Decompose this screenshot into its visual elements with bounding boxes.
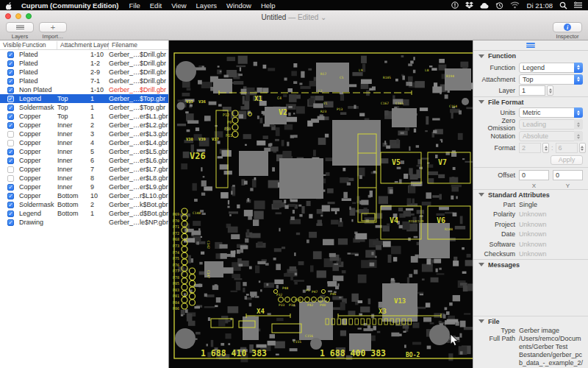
svg-text:P77: P77: [173, 269, 179, 273]
menu-item-help[interactable]: Help: [261, 1, 276, 10]
app-name[interactable]: Cuprum (Community Edition): [21, 1, 118, 10]
visibility-checkbox[interactable]: [7, 140, 14, 146]
spotlight-search-icon[interactable]: [559, 1, 567, 10]
disclosure-triangle[interactable]: [478, 193, 484, 197]
visibility-checkbox[interactable]: ✓: [7, 149, 14, 155]
visibility-checkbox[interactable]: ✓: [7, 69, 14, 76]
function-section-header[interactable]: Function: [473, 51, 588, 61]
gerber-viewport[interactable]: V26X1V2C4V5V7V4V6X4X3V13V35V36V30V39V37R…: [169, 40, 473, 368]
layer-row-copper-inner[interactable]: ✓CopperInner6Gerber_…er$L6.gbr: [0, 156, 168, 165]
visibility-checkbox[interactable]: ✓: [7, 193, 14, 199]
layer-row-plated[interactable]: ✓Plated1-10Gerber_…$Drill.gbr: [0, 50, 168, 59]
disclosure-triangle[interactable]: [478, 319, 484, 323]
layer-row-plated[interactable]: ✓Plated7-1Gerber_…$Drill.gbr: [0, 77, 168, 85]
layer-row-copper-inner[interactable]: ✓CopperInner5Gerber_…er$L5.gbr: [0, 147, 168, 156]
apply-button[interactable]: Apply: [551, 155, 583, 165]
cell: Gerber_…le$NP.gbr: [109, 219, 168, 226]
cell: Copper: [19, 148, 57, 155]
apple-menu-icon[interactable]: [6, 1, 12, 10]
col-attachment[interactable]: Attachment: [57, 41, 90, 49]
layer-row-legend-top[interactable]: ✓LegendTop1Gerber_…$Top.gbr: [0, 94, 168, 103]
menu-item-layers[interactable]: Layers: [196, 1, 218, 10]
disclosure-triangle[interactable]: [478, 54, 484, 58]
menu-item-view[interactable]: View: [171, 1, 186, 10]
layer-row-copper-bottom[interactable]: ✓CopperBottom10Gerber_…r$L10.gbr: [0, 191, 168, 200]
col-visible[interactable]: Visible: [0, 41, 19, 49]
visibility-checkbox[interactable]: ✓: [7, 202, 14, 208]
cell: Gerber_…$Drill.gbr: [109, 77, 168, 85]
minimize-button[interactable]: [15, 13, 21, 19]
visibility-checkbox[interactable]: ✓: [7, 87, 14, 93]
visibility-checkbox[interactable]: ✓: [7, 96, 14, 102]
cell: Copper: [19, 192, 57, 199]
layers-toggle-button[interactable]: [6, 22, 34, 32]
visibility-checkbox[interactable]: ✓: [7, 210, 14, 217]
offset-x-field[interactable]: 0: [519, 170, 549, 180]
layer-row-plated[interactable]: ✓Plated2-9Gerber_…$Drill.gbr: [0, 68, 168, 77]
svg-text:C165: C165: [395, 102, 404, 105]
disclosure-triangle[interactable]: [478, 100, 484, 104]
inspector-toggle-button[interactable]: i: [553, 22, 582, 32]
layer-row-copper-inner[interactable]: ✓CopperInner2Gerber_…er$L2.gbr: [0, 121, 168, 130]
visibility-checkbox[interactable]: ✓: [7, 52, 14, 58]
cloud-menu-icon[interactable]: [480, 2, 489, 9]
layer-row-soldermask-top[interactable]: ✓SoldermaskTop1Gerber_…$Top.gbr: [0, 103, 168, 112]
attributes-tab-icon[interactable]: [526, 42, 535, 49]
layer-stepper[interactable]: [547, 85, 553, 96]
visibility-checkbox[interactable]: ✓: [7, 184, 14, 191]
svg-text:C142: C142: [207, 241, 210, 249]
notification-center-icon[interactable]: [574, 1, 582, 9]
layer-row-non-plated[interactable]: ✓Non Plated1-10Gerber_…$Drill.gbr: [0, 85, 168, 94]
visibility-checkbox[interactable]: ✓: [7, 219, 14, 226]
layer-row-soldermask-bottom[interactable]: ✓SoldermaskBottom2Gerber_…k$Bot.gbr: [0, 200, 168, 209]
menu-item-window[interactable]: Window: [226, 1, 251, 10]
standard-attributes-section-header[interactable]: Standard Attributes: [473, 189, 588, 199]
visibility-checkbox[interactable]: ✓: [7, 113, 14, 120]
visibility-checkbox[interactable]: ✓: [7, 122, 14, 129]
menu-clock[interactable]: Di 21:08: [527, 1, 553, 10]
close-button[interactable]: [5, 13, 11, 19]
status-info-icon[interactable]: [451, 1, 459, 9]
layer-field[interactable]: 1: [519, 85, 545, 96]
function-popup[interactable]: Legend: [519, 63, 583, 73]
messages-section-header[interactable]: Messages: [473, 259, 588, 269]
layer-row-copper-inner[interactable]: CopperInner3Gerber_…er$L3.gbr: [0, 130, 168, 138]
col-function[interactable]: Function: [19, 41, 57, 49]
visibility-checkbox[interactable]: [7, 166, 14, 173]
svg-text:V37: V37: [212, 137, 219, 141]
visibility-checkbox[interactable]: ✓: [7, 158, 14, 164]
svg-text:R194: R194: [446, 74, 454, 78]
layer-row-copper-inner[interactable]: CopperInner4Gerber_…er$L4.gbr: [0, 138, 168, 147]
visibility-checkbox[interactable]: [7, 175, 14, 182]
layer-row-copper-top[interactable]: ✓CopperTop1Gerber_…er$L1.gbr: [0, 112, 168, 121]
attachment-label: Attachment: [473, 76, 519, 83]
units-popup[interactable]: Metric: [519, 107, 583, 118]
visibility-checkbox[interactable]: ✓: [7, 105, 14, 111]
file-section-header[interactable]: File: [473, 316, 588, 326]
col-filename[interactable]: Filename: [109, 41, 168, 49]
layer-row-plated[interactable]: ✓Plated1-2Gerber_…$Drill.gbr: [0, 59, 168, 68]
file-format-section-header[interactable]: File Format: [473, 96, 588, 107]
visibility-checkbox[interactable]: [7, 131, 14, 138]
zoom-button[interactable]: [26, 13, 32, 19]
dropbox-menu-icon[interactable]: [465, 1, 473, 9]
offset-y-field[interactable]: 0: [553, 170, 583, 180]
col-layer[interactable]: Layer: [90, 41, 109, 49]
visibility-checkbox[interactable]: ✓: [7, 60, 14, 67]
import-button[interactable]: +: [39, 22, 67, 32]
wifi-icon[interactable]: [510, 1, 520, 9]
layer-row-copper-inner[interactable]: CopperInner8Gerber_…er$L8.gbr: [0, 174, 168, 183]
attachment-popup[interactable]: Top: [519, 74, 583, 85]
time-machine-icon[interactable]: [495, 1, 503, 10]
disclosure-triangle[interactable]: [478, 263, 484, 266]
format-int-stepper: [542, 143, 549, 153]
menu-item-file[interactable]: File: [129, 1, 140, 10]
layer-row-legend-bottom[interactable]: ✓LegendBottom1Gerber_…d$Bot.gbr: [0, 209, 168, 218]
visibility-checkbox[interactable]: ✓: [7, 78, 14, 85]
svg-text:V30: V30: [186, 137, 193, 141]
menu-item-edit[interactable]: Edit: [150, 1, 162, 10]
layer-row-drawing[interactable]: ✓DrawingGerber_…le$NP.gbr: [0, 218, 168, 227]
layer-row-copper-inner[interactable]: ✓CopperInner9Gerber_…er$L9.gbr: [0, 183, 168, 191]
pcb-rendering: V26X1V2C4V5V7V4V6X4X3V13V35V36V30V39V37R…: [169, 40, 473, 368]
layer-row-copper-inner[interactable]: CopperInner7Gerber_…er$L7.gbr: [0, 165, 168, 174]
